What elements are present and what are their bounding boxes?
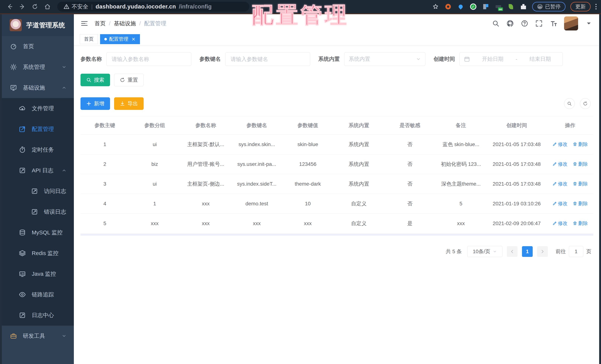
builtin-select[interactable]: 系统内置 [344,52,425,66]
sidebar-item-15[interactable]: 研发工具 [2,326,74,346]
edit-link[interactable]: 修改 [552,161,568,167]
table-cell: 3 [80,175,129,193]
address-bar[interactable]: 不安全 | dashboard.yudao.iocoder.cn/infra/c… [57,2,249,12]
delete-link[interactable]: 删除 [573,141,588,148]
browser-forward-icon[interactable] [17,1,28,12]
not-secure-label: 不安全 [72,3,88,10]
export-button[interactable]: 导出 [114,97,144,110]
sidebar-collapse-icon[interactable] [80,20,88,27]
sidebar-item-11[interactable]: Redis 监控 [2,243,74,263]
edit-link[interactable]: 修改 [552,220,568,227]
prev-page-button[interactable] [507,246,518,257]
refresh-table-button[interactable] [580,98,591,109]
column-header-5: 参数键值 [282,116,333,134]
delete-link[interactable]: 删除 [573,200,588,207]
sidebar-item-5[interactable]: 配置管理 [2,119,74,140]
eye-icon [19,291,26,298]
header-search-icon[interactable] [492,20,500,27]
user-avatar[interactable] [564,16,578,30]
edit-link[interactable]: 修改 [552,141,568,148]
extension-leaf-icon[interactable] [507,3,515,10]
extension-blue-pin-icon[interactable] [457,3,465,10]
date-range-picker[interactable]: 开始日期 - 结束日期 [459,52,563,66]
reset-button[interactable]: 重置 [114,74,144,86]
sidebar-item-label: API 日志 [32,167,53,174]
table-cell: xxx [180,194,231,213]
goto-page-input[interactable] [569,246,583,257]
toggle-search-button[interactable] [564,98,575,109]
toolbox-icon [10,333,17,339]
browser-chrome: 不安全 | dashboard.yudao.iocoder.cn/infra/c… [0,0,601,13]
browser-menu-kebab-icon[interactable] [595,4,597,10]
table-cell: 5 [435,194,486,213]
table-cell: theme-dark [282,175,333,193]
fullscreen-icon[interactable] [535,20,543,27]
browser-home-icon[interactable] [42,1,53,12]
sidebar-item-13[interactable]: 链路追踪 [2,284,74,305]
extension-orange-donut-icon[interactable] [444,3,452,10]
tag-close-icon[interactable] [131,37,136,41]
chevron-right-icon [540,249,545,254]
paused-extension-pill[interactable]: 😀 已暂停 [532,2,566,11]
edit-link[interactable]: 修改 [552,200,568,207]
docs-help-icon[interactable] [521,20,528,27]
delete-link[interactable]: 删除 [573,220,588,227]
sidebar-item-8[interactable]: 访问日志 [2,181,74,202]
sidebar-item-3[interactable]: 基础设施 [2,77,74,98]
trash-icon [573,162,577,166]
table-cell: 主框架页-侧边... [180,174,231,194]
table-cell: 2021-01-19 03:10:26 [487,194,547,213]
table-cell: xxx [129,214,180,233]
browser-reload-icon[interactable] [30,1,40,12]
sidebar-item-2[interactable]: 系统管理 [2,57,74,77]
timer-icon [19,146,26,153]
breadcrumb-infra[interactable]: 基础设施 [114,20,136,27]
not-secure-warning-icon[interactable]: 不安全 [63,3,88,10]
current-page-button[interactable]: 1 [522,246,533,257]
table-cell: 系统内置 [333,135,384,154]
window-left-edge [0,14,2,364]
github-icon[interactable] [506,20,514,27]
sidebar-item-10[interactable]: MySQL 监控 [2,222,74,243]
sidebar-item-9[interactable]: 错误日志 [2,202,74,222]
sidebar-item-14[interactable]: 日志中心 [2,305,74,326]
next-page-button[interactable] [537,246,548,257]
browser-back-icon[interactable] [4,1,15,12]
sidebar-item-label: 日志中心 [32,312,54,319]
sidebar-item-label: 错误日志 [44,208,66,216]
sidebar-item-label: 访问日志 [44,187,66,195]
extension-on-badge-icon[interactable]: on [494,3,502,10]
edit-link[interactable]: 修改 [552,181,568,187]
sidebar-item-1[interactable]: 首页 [2,36,74,57]
tag-home[interactable]: 首页 [80,34,98,44]
sidebar-item-7[interactable]: API 日志 [2,160,74,181]
sidebar-menu: 首页系统管理基础设施文件管理配置管理定时任务API 日志访问日志错误日志MySQ… [2,36,74,346]
sidebar-logo[interactable]: 芋道管理系统 [2,14,74,36]
sidebar-item-label: Redis 监控 [32,250,59,257]
extension-green-check-icon[interactable]: ✓ [469,3,477,10]
pencil-icon [552,142,557,146]
column-header-3: 参数名称 [180,116,231,134]
bookmark-star-icon[interactable] [432,3,440,10]
page-size-value: 10条/页 [473,248,491,255]
browser-update-button[interactable]: 更新 [570,2,591,11]
delete-link[interactable]: 删除 [573,161,588,167]
search-button[interactable]: 搜索 [80,74,110,86]
extension-blocks-icon[interactable] [482,3,490,10]
param-name-input[interactable] [106,52,191,66]
sidebar-item-4[interactable]: 文件管理 [2,98,74,119]
breadcrumb-home[interactable]: 首页 [95,20,106,27]
table-scrollbar-track[interactable] [80,234,593,236]
add-button[interactable]: 新增 [80,97,110,110]
user-caret-down-icon[interactable] [585,20,592,27]
extension-puzzle-icon[interactable] [520,3,527,10]
sidebar-item-6[interactable]: 定时任务 [2,140,74,160]
delete-link[interactable]: 删除 [573,181,588,187]
paused-emoji-icon: 😀 [537,3,543,10]
page-size-select[interactable]: 10条/页 [467,246,502,257]
param-key-input[interactable] [225,52,310,66]
tag-config-active[interactable]: 配置管理 [100,34,140,44]
sidebar-item-12[interactable]: Java 监控 [2,263,74,284]
font-size-icon[interactable] [550,20,557,27]
table-cell: 5 [80,214,129,233]
